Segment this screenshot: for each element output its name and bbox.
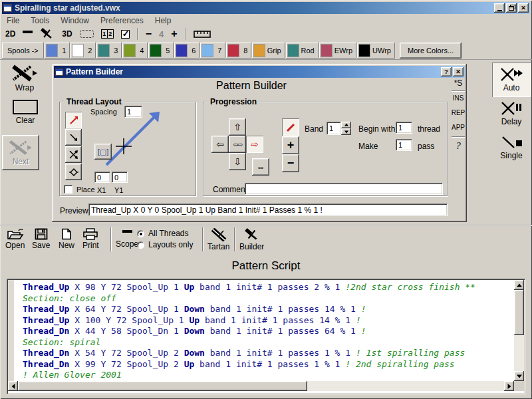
y1-input[interactable]	[112, 172, 128, 183]
spool-place-button[interactable]: [▢]	[94, 144, 112, 160]
new-label: New	[59, 241, 74, 250]
open-button[interactable]: Open	[5, 228, 25, 250]
spool-tile-ewrp[interactable]: EWrp	[319, 43, 356, 59]
progress-both-button[interactable]: ⇦⇨	[229, 136, 246, 153]
mode-3d-button[interactable]: 3D	[62, 29, 72, 39]
wrap-button[interactable]: Wrap	[5, 65, 44, 92]
progress-down-button[interactable]: ⇩	[229, 153, 246, 170]
selection-lasso-icon[interactable]	[80, 30, 94, 38]
tools-hammer-icon[interactable]	[40, 28, 55, 40]
zoom-in-button[interactable]: +	[171, 28, 177, 40]
spool-tile-7[interactable]: 7	[200, 43, 225, 59]
spool-swatch	[358, 44, 370, 57]
progress-up-button[interactable]: ⇧	[229, 118, 246, 136]
layers-icon[interactable]	[23, 31, 33, 38]
spool-tile-8[interactable]: 8	[226, 43, 251, 59]
comment-input[interactable]	[245, 183, 443, 195]
draw-line-button[interactable]	[282, 118, 299, 136]
radio-unselected-icon	[137, 241, 144, 249]
scroll-right-button[interactable]	[504, 381, 514, 391]
one-label: 1	[102, 31, 107, 37]
ins-button[interactable]: INS	[451, 94, 466, 102]
delay-button[interactable]: Delay	[493, 101, 529, 126]
diag-up-red-icon	[68, 115, 79, 126]
tartan-button[interactable]: Tartan	[207, 228, 229, 251]
app-button[interactable]: APP	[451, 124, 466, 131]
horizontal-scrollbar[interactable]	[8, 381, 514, 391]
dialog-help-button[interactable]: ?	[441, 67, 452, 76]
rep-button[interactable]: REP	[451, 109, 466, 116]
band-input[interactable]	[327, 122, 341, 135]
spool-tile-2[interactable]: 2	[70, 43, 96, 59]
menu-item-tools[interactable]: Tools	[31, 16, 49, 25]
make-input[interactable]	[396, 139, 412, 151]
progress-left-button[interactable]: ⇦	[211, 136, 229, 153]
menu-bar: FileToolsWindowPreferencesHelp	[2, 15, 530, 26]
preview-input[interactable]	[88, 203, 448, 216]
single-button[interactable]: Single	[493, 135, 529, 160]
layout-diag-down-button[interactable]	[65, 129, 82, 146]
band-spin-up-button[interactable]	[341, 122, 351, 128]
zoom-out-button[interactable]: −	[146, 28, 152, 40]
add-button[interactable]: +	[282, 136, 299, 154]
menu-item-file[interactable]: File	[7, 16, 19, 25]
toolbar-separator	[110, 227, 112, 251]
ruler-icon[interactable]	[194, 30, 211, 38]
minimize-button[interactable]	[494, 3, 505, 13]
spool-tile-5[interactable]: 5	[148, 43, 174, 59]
print-button[interactable]: Print	[82, 228, 99, 250]
scope-radio-layouts-only[interactable]: Layouts only	[137, 240, 193, 249]
band-spin-down-button[interactable]	[341, 128, 351, 135]
layout-cross-button[interactable]	[65, 146, 82, 163]
remove-button[interactable]: −	[282, 154, 299, 172]
next-button[interactable]: Next	[2, 135, 39, 170]
scope-radio-all-threads[interactable]: All Threads	[137, 229, 188, 238]
vertical-scroll-thumb[interactable]	[514, 290, 524, 335]
close-button[interactable]: ✕	[518, 3, 529, 13]
spool-tile-1[interactable]: 1	[45, 43, 70, 59]
begin-with-input[interactable]	[396, 122, 412, 134]
one-two-view-icon[interactable]: 1 2	[101, 29, 114, 39]
spool-tile-6[interactable]: 6	[174, 43, 200, 59]
spool-tile-label: Rod	[301, 47, 317, 55]
scroll-down-button[interactable]	[514, 371, 524, 381]
auto-button[interactable]: Auto	[492, 63, 531, 97]
menu-item-help[interactable]: Help	[155, 16, 172, 25]
save-button[interactable]: Save	[32, 228, 50, 250]
bottom-toolbar-divider	[0, 225, 532, 226]
place-checkbox[interactable]	[64, 185, 72, 194]
clear-button[interactable]: Clear	[7, 100, 44, 125]
layout-diamond-button[interactable]	[65, 164, 82, 180]
spool-tile-grip[interactable]: Grip	[252, 43, 285, 59]
dialog-close-button[interactable]: ✕	[453, 67, 464, 76]
diag-down-icon	[68, 132, 79, 143]
spool-tile-rod[interactable]: Rod	[286, 43, 319, 59]
spool-tile-4[interactable]: 4	[122, 43, 148, 59]
star-s-button[interactable]: *S	[451, 78, 466, 88]
spool-tile-3[interactable]: 3	[96, 43, 122, 59]
x1-input[interactable]	[94, 172, 110, 183]
scroll-up-button[interactable]	[514, 280, 524, 290]
restore-button[interactable]	[506, 3, 517, 13]
script-segment-code: band 1 init# 1 passes 2 % 1	[194, 282, 345, 292]
spool-bar: Spools -> 12345678GripRodEWrpUWrp More C…	[0, 41, 532, 60]
horizontal-scroll-thumb[interactable]	[18, 381, 307, 391]
dialog-help-glyph[interactable]: ?	[451, 140, 466, 152]
progress-right-button[interactable]: ⇨	[246, 136, 263, 153]
spool-tile-label: 8	[241, 47, 250, 55]
builder-button[interactable]: Builder	[239, 228, 264, 251]
mode-2d-button[interactable]: 2D	[5, 29, 15, 39]
menu-item-window[interactable]: Window	[61, 16, 89, 25]
progress-swap-button[interactable]: ⇔	[252, 158, 269, 176]
menu-item-preferences[interactable]: Preferences	[100, 16, 144, 25]
spool-tile-uwrp[interactable]: UWrp	[357, 43, 395, 59]
layout-diag-up-button[interactable]	[65, 112, 82, 128]
checkbox-edit-icon[interactable]	[121, 30, 130, 39]
scroll-left-button[interactable]	[8, 381, 18, 391]
pattern-script-area[interactable]: Thread_Up X 98 Y 72 Spool_Up 1 Up band 1…	[7, 279, 525, 394]
new-button[interactable]: New	[59, 228, 74, 250]
more-colors-button[interactable]: More Colors...	[400, 43, 462, 59]
vertical-scrollbar[interactable]	[514, 280, 524, 381]
script-line: Section: close off	[23, 293, 475, 305]
spool-swatch	[98, 44, 110, 57]
